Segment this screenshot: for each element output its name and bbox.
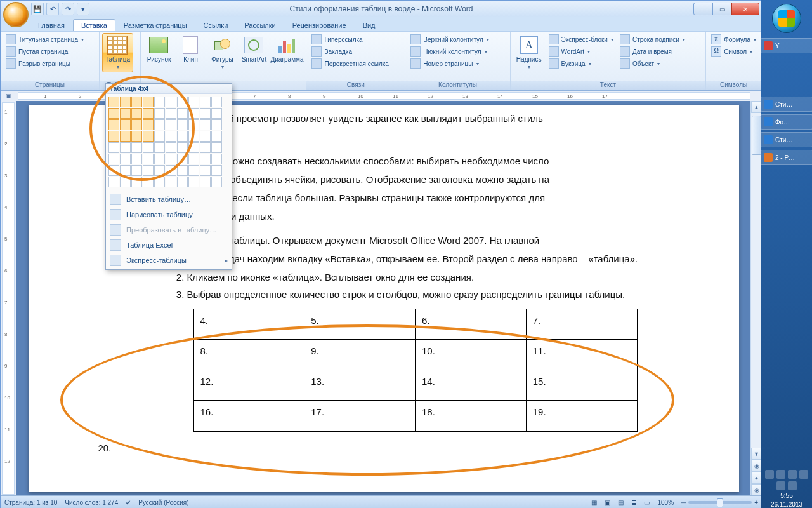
chart-button[interactable]: Диаграмма [270,33,303,65]
office-button[interactable] [3,2,29,27]
table-grid-cell[interactable] [166,154,176,164]
draw-table-item[interactable]: Нарисовать таблицу [106,207,232,222]
table-cell[interactable]: 19. [526,401,637,431]
table-grid-cell[interactable] [154,142,165,153]
table-grid-cell[interactable] [177,108,188,119]
taskbar-item[interactable]: Сти… [761,97,812,112]
date-time-button[interactable]: Дата и время [619,46,686,57]
quick-tables-item[interactable]: Экспресс-таблицы▸ [106,253,232,268]
table-cell[interactable]: 6. [416,309,527,339]
table-grid-cell[interactable] [200,119,211,130]
symbol-button[interactable]: ΩСимвол▾ [710,46,757,57]
table-grid-cell[interactable] [154,165,165,176]
table-cell[interactable]: 7. [526,309,637,339]
tray-date[interactable]: 26.11.2013 [771,501,802,508]
table-grid-cell[interactable] [108,97,119,107]
table-grid-cell[interactable] [188,97,199,107]
table-grid-cell[interactable] [143,154,154,164]
table-grid-cell[interactable] [166,165,176,176]
zoom-track[interactable] [688,501,752,504]
next-page-button[interactable]: ◉ [751,484,762,496]
doc-table[interactable]: 4.5.6.7.8.9.10.11.12.13.14.15.16.17.18.1… [193,309,638,432]
tray-icon[interactable] [788,470,797,479]
table-grid-cell[interactable] [188,119,199,130]
view-outline-icon[interactable]: ≣ [631,499,636,506]
status-page[interactable]: Страница: 1 из 10 [4,499,57,506]
table-grid-cell[interactable] [166,108,176,119]
tray-time[interactable]: 5:55 [780,492,792,499]
tray-icon[interactable] [776,470,785,479]
table-cell[interactable]: 5. [304,309,416,339]
table-grid-cell[interactable] [200,97,211,107]
table-grid-cell[interactable] [211,177,222,187]
dropcap-button[interactable]: Буквица▾ [547,58,615,69]
table-grid-cell[interactable] [131,97,142,107]
qat-redo-icon[interactable]: ↷ [62,3,74,15]
table-grid-cell[interactable] [177,165,188,176]
table-grid-cell[interactable] [131,108,142,119]
table-grid-cell[interactable] [154,154,165,164]
table-size-grid[interactable] [106,94,232,190]
table-grid-cell[interactable] [143,108,154,119]
table-grid-cell[interactable] [120,108,131,119]
status-language[interactable]: Русский (Россия) [138,499,188,506]
tab-review[interactable]: Рецензирование [284,19,355,31]
hyperlink-button[interactable]: Гиперссылка [310,34,390,45]
bookmark-button[interactable]: Закладка [310,46,390,57]
table-cell[interactable]: 16. [193,401,304,431]
table-grid-cell[interactable] [200,154,211,164]
taskbar-item[interactable]: Фо… [761,114,812,130]
excel-table-item[interactable]: Таблица Excel [106,237,232,253]
tab-home[interactable]: Главная [30,19,73,31]
view-web-icon[interactable]: ▤ [618,499,624,506]
table-grid-cell[interactable] [154,119,165,130]
table-grid-cell[interactable] [211,119,222,130]
table-grid-cell[interactable] [188,108,199,119]
table-grid-cell[interactable] [211,165,222,176]
table-grid-cell[interactable] [108,154,119,164]
table-grid-cell[interactable] [188,154,199,164]
picture-button[interactable]: Рисунок [143,33,174,65]
table-grid-cell[interactable] [120,131,131,142]
table-grid-cell[interactable] [177,97,188,107]
qat-customize-icon[interactable]: ▾ [77,3,89,15]
textbox-button[interactable]: AНадпись▾ [513,33,545,72]
table-grid-cell[interactable] [177,119,188,130]
zoom-level[interactable]: 100% [657,499,674,506]
table-cell[interactable]: 11. [526,339,637,370]
table-grid-cell[interactable] [166,119,176,130]
close-button[interactable]: ✕ [731,3,759,15]
table-grid-cell[interactable] [200,131,211,142]
table-grid-cell[interactable] [166,97,176,107]
table-grid-cell[interactable] [177,131,188,142]
tab-references[interactable]: Ссылки [195,19,237,31]
table-grid-cell[interactable] [200,142,211,153]
table-grid-cell[interactable] [200,165,211,176]
table-grid-cell[interactable] [143,119,154,130]
qat-save-icon[interactable]: 💾 [31,3,44,15]
maximize-button[interactable]: ▭ [712,3,731,15]
table-grid-cell[interactable] [120,154,131,164]
table-cell[interactable]: 13. [304,370,416,401]
table-grid-cell[interactable] [166,131,176,142]
table-grid-cell[interactable] [131,177,142,187]
table-grid-cell[interactable] [188,142,199,153]
minimize-button[interactable]: — [693,3,712,15]
table-cell[interactable]: 10. [416,339,527,370]
table-grid-cell[interactable] [200,177,211,187]
table-grid-cell[interactable] [143,165,154,176]
page-break-button[interactable]: Разрыв страницы [4,58,85,69]
table-grid-cell[interactable] [177,177,188,187]
table-grid-cell[interactable] [211,97,222,107]
zoom-out-button[interactable]: ─ [681,499,686,506]
scroll-down-button[interactable]: ▼ [751,448,762,460]
table-grid-cell[interactable] [188,177,199,187]
insert-table-item[interactable]: Вставить таблицу… [106,192,232,207]
table-grid-cell[interactable] [108,165,119,176]
table-cell[interactable]: 14. [416,370,527,401]
page-number-button[interactable]: Номер страницы▾ [409,58,490,69]
table-grid-cell[interactable] [177,142,188,153]
table-grid-cell[interactable] [120,177,131,187]
table-grid-cell[interactable] [154,131,165,142]
signature-line-button[interactable]: Строка подписи▾ [619,34,686,45]
